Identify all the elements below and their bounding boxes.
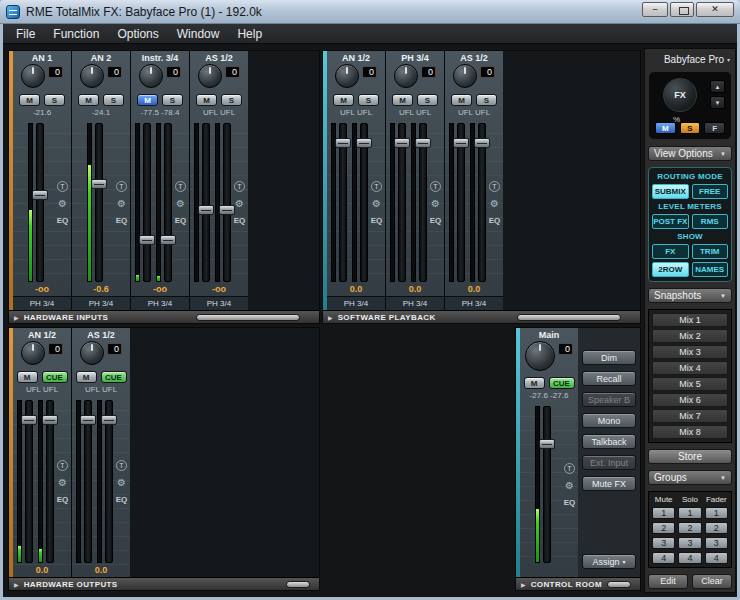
trim-button[interactable]: T bbox=[234, 181, 245, 192]
fader[interactable] bbox=[164, 123, 172, 282]
fx-up-button[interactable]: ▲ bbox=[710, 80, 725, 93]
fader[interactable] bbox=[457, 123, 465, 282]
fader-handle[interactable] bbox=[335, 138, 351, 148]
fader-handle[interactable] bbox=[219, 205, 235, 215]
groups-header[interactable]: Groups ▼ bbox=[648, 470, 732, 485]
fader[interactable] bbox=[202, 123, 210, 282]
group-button[interactable]: 4 bbox=[678, 552, 701, 564]
mute-button[interactable]: M bbox=[196, 94, 217, 106]
solo-button[interactable]: S bbox=[221, 94, 242, 106]
show-trim-button[interactable]: TRIM bbox=[692, 244, 729, 259]
gain-knob[interactable] bbox=[21, 64, 45, 88]
fader[interactable] bbox=[84, 400, 92, 563]
free-button[interactable]: FREE bbox=[692, 184, 729, 199]
snapshot-item[interactable]: Mix 1 bbox=[652, 313, 728, 327]
trim-button[interactable]: T bbox=[564, 463, 575, 474]
wrench-icon[interactable]: ⚙ bbox=[431, 199, 440, 209]
fader[interactable] bbox=[36, 123, 44, 282]
rms-button[interactable]: RMS bbox=[692, 214, 729, 229]
cr-talkback-button[interactable]: Talkback bbox=[582, 434, 636, 449]
fader-handle[interactable] bbox=[139, 235, 155, 245]
minimize-button[interactable]: – bbox=[642, 2, 668, 17]
fader-handle[interactable] bbox=[415, 138, 431, 148]
cue-button[interactable]: CUE bbox=[42, 371, 68, 383]
group-button[interactable]: 3 bbox=[678, 537, 701, 549]
mute-button[interactable]: M bbox=[333, 94, 354, 106]
gain-knob[interactable] bbox=[198, 64, 222, 88]
cue-button[interactable]: CUE bbox=[101, 371, 127, 383]
close-button[interactable]: ✕ bbox=[696, 2, 734, 17]
expand-arrow-icon[interactable]: ▶ bbox=[14, 581, 19, 588]
trim-button[interactable]: T bbox=[371, 181, 382, 192]
fx-knob[interactable]: FX bbox=[663, 78, 697, 112]
horizontal-scrollbar[interactable] bbox=[196, 314, 300, 321]
cr-mono-button[interactable]: Mono bbox=[582, 413, 636, 428]
fx-f-button[interactable]: F bbox=[704, 122, 725, 134]
trim-button[interactable]: T bbox=[116, 181, 127, 192]
mute-button[interactable]: M bbox=[451, 94, 472, 106]
fader-handle[interactable] bbox=[80, 415, 96, 425]
wrench-icon[interactable]: ⚙ bbox=[117, 478, 126, 488]
cr-recall-button[interactable]: Recall bbox=[582, 371, 636, 386]
fader[interactable] bbox=[95, 123, 103, 282]
gain-knob[interactable] bbox=[394, 64, 418, 88]
wrench-icon[interactable]: ⚙ bbox=[372, 199, 381, 209]
solo-button[interactable]: S bbox=[44, 94, 65, 106]
fader[interactable] bbox=[46, 400, 54, 563]
solo-button[interactable]: S bbox=[358, 94, 379, 106]
edit-button[interactable]: Edit bbox=[648, 574, 688, 589]
group-button[interactable]: 3 bbox=[652, 537, 675, 549]
cr-assign-button[interactable]: Assign▾ bbox=[582, 554, 636, 569]
solo-button[interactable]: S bbox=[162, 94, 183, 106]
fader-handle[interactable] bbox=[101, 415, 117, 425]
snapshot-item[interactable]: Mix 5 bbox=[652, 377, 728, 391]
two-row-button[interactable]: 2ROW bbox=[652, 262, 689, 277]
wrench-icon[interactable]: ⚙ bbox=[176, 199, 185, 209]
fader-handle[interactable] bbox=[453, 138, 469, 148]
cue-button[interactable]: CUE bbox=[549, 377, 575, 389]
trim-button[interactable]: T bbox=[57, 181, 68, 192]
trim-button[interactable]: T bbox=[175, 181, 186, 192]
maximize-button[interactable] bbox=[670, 2, 694, 17]
fader-handle[interactable] bbox=[21, 415, 37, 425]
expand-arrow-icon[interactable]: ▶ bbox=[521, 581, 526, 588]
wrench-icon[interactable]: ⚙ bbox=[58, 199, 67, 209]
horizontal-scrollbar[interactable] bbox=[517, 314, 621, 321]
fader-handle[interactable] bbox=[539, 439, 555, 449]
trim-button[interactable]: T bbox=[116, 460, 127, 471]
trim-button[interactable]: T bbox=[57, 460, 68, 471]
gain-knob[interactable] bbox=[453, 64, 477, 88]
wrench-icon[interactable]: ⚙ bbox=[565, 481, 574, 491]
title-bar[interactable]: RME TotalMix FX: Babyface Pro (1) - 192.… bbox=[0, 0, 740, 24]
gain-knob[interactable] bbox=[525, 341, 555, 371]
group-button[interactable]: 2 bbox=[705, 522, 728, 534]
route-label[interactable]: PH 3/4 bbox=[131, 296, 189, 310]
gain-knob[interactable] bbox=[80, 341, 104, 365]
fader-handle[interactable] bbox=[42, 415, 58, 425]
route-label[interactable]: PH 3/4 bbox=[445, 296, 503, 310]
clear-button[interactable]: Clear bbox=[692, 574, 732, 589]
fader[interactable] bbox=[25, 400, 33, 563]
solo-button[interactable]: S bbox=[417, 94, 438, 106]
group-button[interactable]: 4 bbox=[652, 552, 675, 564]
device-selector[interactable]: Babyface Pro ▾ bbox=[648, 52, 732, 65]
gain-knob[interactable] bbox=[80, 64, 104, 88]
fader-handle[interactable] bbox=[198, 205, 214, 215]
expand-arrow-icon[interactable]: ▶ bbox=[14, 314, 19, 321]
fader-handle[interactable] bbox=[394, 138, 410, 148]
gain-knob[interactable] bbox=[335, 64, 359, 88]
snapshot-item[interactable]: Mix 7 bbox=[652, 409, 728, 423]
fader[interactable] bbox=[143, 123, 151, 282]
fader[interactable] bbox=[339, 123, 347, 282]
fader-handle[interactable] bbox=[91, 179, 107, 189]
group-button[interactable]: 1 bbox=[705, 507, 728, 519]
mute-button[interactable]: M bbox=[392, 94, 413, 106]
trim-button[interactable]: T bbox=[489, 181, 500, 192]
wrench-icon[interactable]: ⚙ bbox=[490, 199, 499, 209]
fader[interactable] bbox=[543, 406, 551, 563]
fader-handle[interactable] bbox=[32, 190, 48, 200]
fader[interactable] bbox=[478, 123, 486, 282]
fx-solo-button[interactable]: S bbox=[680, 122, 701, 134]
group-button[interactable]: 4 bbox=[705, 552, 728, 564]
fader[interactable] bbox=[360, 123, 368, 282]
